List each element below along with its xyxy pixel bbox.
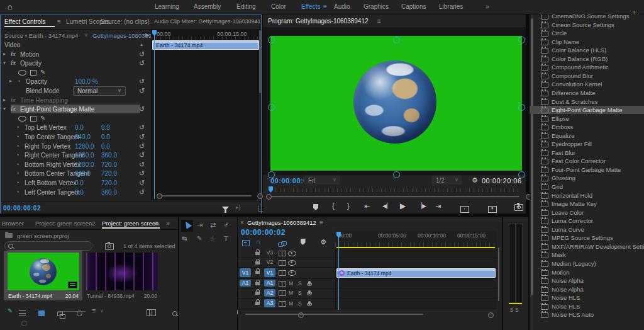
freeform-view-icon[interactable] [57,312,63,316]
selection-tool[interactable] [181,220,193,232]
point-x-value[interactable]: 640.0 [75,170,91,177]
tunnel-thumbnail[interactable] [86,253,158,290]
ec-mini-timeline[interactable]: 00:00 00:00:15:00 Earth - 34174.mp4 [151,29,259,200]
tab-browser[interactable]: Browser [2,220,24,227]
expand-icon[interactable]: ▸ [3,51,6,57]
ripple-edit-tool-icon[interactable]: ⇄ [210,221,216,229]
timeline-hscroll-knob-right[interactable] [488,312,494,318]
effect-item-mask[interactable]: Mask [530,251,644,259]
blend-mode-select[interactable]: Normal∨ [73,86,126,96]
solo-button[interactable]: S [298,300,302,307]
tab-effect-controls[interactable]: Effect Controls [4,18,45,25]
effect-item-mxf-arriraw-development-settings[interactable]: MXF/ARRIRAW Development Settings [530,242,644,251]
point-y-value[interactable]: 360.0 [101,189,117,196]
point-y-value[interactable]: 0.0 [101,143,110,150]
sync-lock-icon[interactable] [279,290,286,296]
sync-lock-icon[interactable] [279,281,286,287]
effect-item-equalize[interactable]: Equalize [530,132,644,140]
timeline-settings-icon[interactable]: ⚙ [320,238,326,246]
ec-row-top-center-tangent[interactable]: ◔Top Center Tangent640.00.0↺ [1,133,150,142]
reset-icon[interactable]: ↺ [139,151,145,159]
expand-icon[interactable]: ▾ [3,106,6,111]
workspace-menu-icon[interactable]: ≡ [323,3,327,10]
filter-properties-icon[interactable] [222,207,229,213]
project-search-box[interactable] [4,241,92,251]
reset-icon[interactable]: ↺ [139,133,145,140]
track-name-a2[interactable]: A2 [264,289,275,297]
project-item-earth[interactable]: Earth - 34174.mp4 20:04 [8,253,79,300]
playback-resolution-select[interactable]: 1/2 ∨ [431,176,462,185]
effect-item-noise-hls[interactable]: Noise HLS [530,302,644,310]
effect-item-noise-alpha[interactable]: Noise Alpha [530,276,644,285]
lock-icon[interactable] [255,302,260,305]
home-icon[interactable]: ⌂ [8,2,13,11]
button-editor-icon[interactable]: + [516,202,521,211]
expand-icon[interactable]: ▸ [9,78,12,84]
tab-project-green-screen[interactable]: Project: green screen [102,220,158,227]
toggle-track-output-icon[interactable] [288,270,296,276]
workspace-tab-color[interactable]: Color [271,3,286,10]
track-name-v2[interactable]: V2 [264,259,275,266]
timeline-tab-title[interactable]: GettyImages-1060389412 [247,219,316,226]
workspace-tab-libraries[interactable]: Libraries [439,3,463,10]
play-button-icon[interactable]: ▶ [400,202,406,210]
workspace-tab-learning[interactable]: Learning [155,3,179,10]
step-forward-icon[interactable]: ▕▶ [418,203,426,209]
voiceover-record-icon[interactable] [308,301,311,305]
effect-item-difference-matte[interactable]: Difference Matte [530,89,644,97]
ec-scrollbar-knob-right[interactable] [257,193,263,199]
property-value[interactable]: 100.0 % [75,78,98,85]
track-name-v1[interactable]: V1 [264,268,275,277]
program-zoom-knob-left[interactable] [266,194,272,200]
lock-icon[interactable] [255,261,260,265]
ellipse-mask-icon[interactable] [18,116,26,122]
track-select-forward-tool-icon[interactable]: ⇥ [197,221,203,229]
reset-icon[interactable]: ↺ [139,59,145,67]
effect-item-mpeg-source-settings[interactable]: MPEG Source Settings [530,234,644,242]
find-icon[interactable] [172,311,177,316]
extract-icon[interactable]: ↟ [488,206,497,213]
ec-playhead[interactable] [154,30,155,199]
effect-name[interactable]: Eight-Point Garbage Matte [20,106,94,113]
matte-handle-right-center[interactable] [518,104,525,111]
effect-item-horizontal-hold[interactable]: Horizontal Hold [530,191,644,200]
effect-item-color-balance-hls-[interactable]: Color Balance (HLS) [530,46,644,54]
stopwatch-icon[interactable]: ◔ [16,189,19,195]
matte-handle-top-left[interactable] [268,37,275,43]
solo-button[interactable]: S [298,290,302,296]
ec-timecode[interactable]: 00:00:00:02 [3,205,41,212]
zoom-level-select[interactable]: Fit ∨ [304,176,340,185]
point-x-value[interactable]: 1280.0 [75,161,94,168]
snap-icon[interactable]: ∩ [256,238,260,245]
point-y-value[interactable]: 360.0 [101,152,117,159]
go-to-in-icon[interactable]: ⇤ [364,202,370,210]
rectangle-mask-icon[interactable] [30,70,36,76]
hand-tool-icon[interactable]: ☝ [210,235,214,242]
thumbnail-zoom-slider[interactable] [58,311,86,312]
effect-item-noise-hls-auto[interactable]: Noise HLS Auto [530,310,644,319]
step-back-icon[interactable]: ◀▏ [382,203,391,209]
toggle-track-output-icon[interactable] [288,251,296,256]
razor-tool-icon[interactable]: ✂ [222,220,231,229]
ec-row-time-remapping[interactable]: ▸fxTime Remapping [1,96,150,105]
ec-playhead-flag[interactable] [152,30,157,36]
collapse-icon[interactable]: ▴ [140,42,143,47]
effect-item-luma-corrector[interactable]: Luma Corrector [530,217,644,225]
ec-row-right-top-vertex[interactable]: ◔Right Top Vertex1280.00.0↺ [1,142,150,151]
ec-row-right-center-tangent[interactable]: ◔Right Center Tangent1280.0360.0↺ [1,151,150,160]
stopwatch-icon[interactable]: ◔ [16,161,19,168]
pen-mask-icon[interactable]: ✎ [40,115,45,122]
pen-tool-icon[interactable]: ✎ [197,235,202,242]
timeline-vscroll-line[interactable] [498,248,499,301]
effect-item-four-point-garbage-matte[interactable]: Four-Point Garbage Matte [530,166,644,174]
effect-item-cineon-source-settings[interactable]: Cineon Source Settings [530,21,644,29]
rectangle-mask-icon[interactable] [30,116,36,122]
effect-item-noise-hls[interactable]: Noise HLS [530,293,644,302]
stopwatch-icon[interactable]: ◔ [17,78,20,84]
meter-solo-buttons[interactable]: S S [510,307,519,313]
point-x-value[interactable]: 0.0 [75,189,84,196]
matte-handle-bottom-right[interactable] [518,171,525,178]
ec-row-eight-point-garbage-matte[interactable]: ▾fxEight-Point Garbage Matte↺ [1,105,150,114]
effect-item-circle[interactable]: Circle [530,29,644,37]
ec-row-opacity[interactable]: ▾fxOpacity↺ [1,59,150,68]
